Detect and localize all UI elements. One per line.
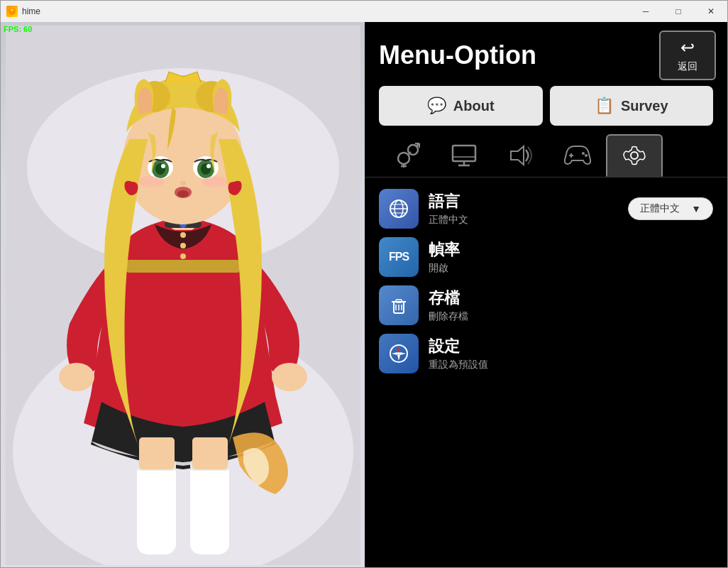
reset-subtitle: 重設為預設值 — [429, 359, 713, 371]
svg-marker-49 — [511, 146, 524, 165]
left-panel: FPS: 60 — [1, 22, 365, 567]
svg-point-67 — [397, 352, 400, 355]
close-button[interactable]: ✕ — [695, 1, 727, 22]
svg-point-30 — [177, 190, 189, 197]
language-dropdown[interactable]: 正體中文 ▼ — [628, 197, 713, 220]
fps-icon: FPS — [389, 251, 409, 263]
app-icon — [6, 6, 18, 17]
title-bar: hime ─ □ ✕ — [1, 1, 727, 22]
language-title: 語言 — [429, 191, 618, 212]
language-control: 正體中文 ▼ — [628, 197, 713, 220]
fps-title: 幀率 — [429, 239, 713, 261]
compass-icon — [388, 343, 409, 364]
tab-gamepad[interactable] — [549, 134, 606, 177]
menu-header: Menu-Option ↩ 返回 — [365, 22, 727, 86]
svg-marker-70 — [392, 352, 397, 355]
tab-display[interactable] — [436, 134, 492, 177]
svg-point-35 — [180, 243, 186, 248]
svg-point-1 — [11, 9, 13, 11]
character-svg — [6, 26, 360, 565]
svg-rect-13 — [139, 437, 175, 469]
svg-point-31 — [180, 181, 186, 185]
language-icon-box — [379, 189, 419, 229]
svg-point-34 — [180, 232, 186, 238]
setting-save: 存檔 刪除存檔 — [379, 285, 713, 325]
svg-point-52 — [582, 152, 585, 155]
setting-fps: FPS 幀率 開啟 — [379, 237, 713, 277]
svg-rect-9 — [137, 462, 176, 555]
fps-subtitle: 開啟 — [429, 262, 713, 275]
reset-title: 設定 — [429, 336, 713, 357]
about-label: About — [453, 98, 495, 114]
save-title: 存檔 — [429, 288, 713, 309]
minimize-button[interactable]: ─ — [629, 1, 662, 22]
app-title: hime — [22, 6, 40, 16]
language-text: 語言 正體中文 — [429, 191, 618, 226]
svg-marker-69 — [397, 355, 400, 361]
svg-point-8 — [272, 363, 307, 391]
return-icon: ↩ — [680, 38, 695, 58]
svg-marker-68 — [397, 346, 400, 352]
svg-rect-14 — [192, 437, 228, 469]
language-value: 正體中文 — [640, 202, 680, 215]
save-subtitle: 刪除存檔 — [429, 310, 713, 323]
trash-icon — [388, 295, 409, 316]
dropdown-chevron-icon: ▼ — [691, 203, 701, 214]
main-content: FPS: 60 — [1, 22, 727, 567]
tab-settings[interactable] — [606, 134, 663, 177]
fps-icon-box: FPS — [379, 237, 419, 277]
maximize-button[interactable]: □ — [662, 1, 695, 22]
setting-reset: 設定 重設為預設值 — [379, 334, 713, 373]
about-icon: 💬 — [427, 97, 446, 115]
language-subtitle: 正體中文 — [429, 214, 618, 226]
compass-icon-box — [379, 334, 419, 373]
svg-point-36 — [180, 253, 186, 259]
tab-row — [365, 134, 727, 178]
trash-icon-box — [379, 285, 419, 325]
svg-rect-6 — [126, 260, 240, 273]
top-buttons: 💬 About 📋 Survey — [365, 86, 727, 134]
svg-point-27 — [161, 164, 165, 168]
window-controls: ─ □ ✕ — [629, 1, 727, 22]
save-text: 存檔 刪除存檔 — [429, 288, 713, 323]
survey-icon: 📋 — [595, 97, 614, 115]
setting-language: 語言 正體中文 正體中文 ▼ — [379, 189, 713, 229]
svg-point-7 — [59, 363, 94, 391]
tab-audio[interactable] — [492, 134, 549, 177]
anime-illustration — [1, 22, 365, 567]
right-panel: Menu-Option ↩ 返回 💬 About 📋 Survey — [365, 22, 727, 567]
settings-area: 語言 正體中文 正體中文 ▼ FPS — [365, 178, 727, 567]
globe-icon — [388, 198, 409, 219]
about-button[interactable]: 💬 About — [379, 86, 543, 126]
svg-point-32 — [138, 176, 164, 187]
return-label: 返回 — [678, 60, 697, 73]
window-frame: hime ─ □ ✕ FPS: 60 — [0, 0, 728, 568]
return-button[interactable]: ↩ 返回 — [659, 31, 716, 80]
tab-gender[interactable] — [379, 134, 436, 177]
svg-point-53 — [585, 154, 588, 157]
survey-label: Survey — [621, 98, 668, 114]
survey-button[interactable]: 📋 Survey — [550, 86, 714, 126]
svg-point-33 — [202, 176, 228, 187]
fps-counter: FPS: 60 — [4, 25, 32, 33]
svg-rect-45 — [453, 146, 475, 161]
menu-title: Menu-Option — [379, 40, 536, 70]
svg-point-28 — [206, 164, 211, 168]
reset-text: 設定 重設為預設值 — [429, 336, 713, 371]
fps-text: 幀率 開啟 — [429, 239, 713, 275]
svg-marker-71 — [400, 352, 406, 355]
svg-rect-10 — [190, 462, 229, 555]
svg-point-54 — [631, 152, 638, 159]
